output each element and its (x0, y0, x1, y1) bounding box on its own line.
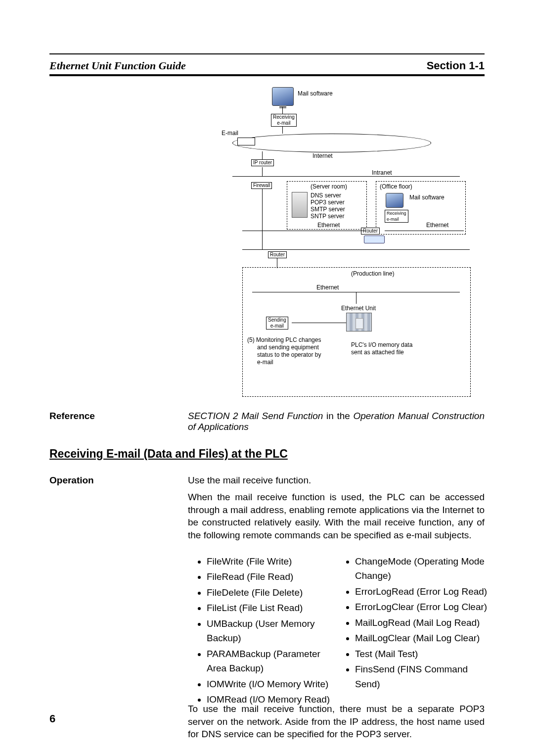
commands-right-list: ChangeMode (Operating Mode Change) Error… (346, 554, 493, 692)
page-number: 6 (49, 712, 55, 725)
line (242, 231, 366, 231)
label-receiving-email-2: Receiving e-mail (385, 210, 408, 223)
commands-left-list: FileWrite (File Write) FileRead (File Re… (198, 554, 335, 708)
line (282, 107, 283, 114)
label-pop3: POP3 server (311, 199, 345, 206)
server-icon (292, 192, 308, 218)
label-mail-software: Mail software (298, 90, 333, 97)
list-item: ChangeMode (Operating Mode Change) (355, 554, 493, 583)
label-router-1: Router (361, 228, 380, 235)
network-diagram: Mail software Receiving e-mail E-mail In… (213, 84, 485, 401)
tail-paragraph: To use the mail receive function, there … (188, 703, 485, 741)
label-plc-io: PLC's I/O memory data sent as attached f… (351, 341, 412, 356)
monitor-icon-2 (386, 193, 403, 208)
line (262, 151, 263, 159)
label-sntp: SNTP server (311, 213, 344, 220)
list-item: PARAMBackup (Parameter Area Backup) (207, 647, 335, 676)
reference-italic-lead: SECTION 2 Mail Send Function (188, 411, 323, 421)
line (262, 167, 263, 176)
list-item: MailLogClear (Mail Log Clear) (355, 631, 493, 645)
label-router-2: Router (268, 251, 287, 258)
reference-text: SECTION 2 Mail Send Function in the Oper… (188, 411, 485, 432)
label-email: E-mail (222, 130, 238, 137)
list-item: FileList (File List Read) (207, 601, 335, 615)
list-item: FileRead (File Read) (207, 569, 335, 584)
line (385, 231, 464, 231)
label-intranet: Intranet (372, 169, 392, 176)
internet-ellipse (232, 134, 431, 152)
label-ethernet-unit: Ethernet Unit (341, 305, 376, 312)
label-office-floor: (Office floor) (380, 183, 412, 190)
label-ethernet-3: Ethernet (316, 284, 339, 291)
list-item: ErrorLogClear (Error Log Clear) (355, 600, 493, 614)
reference-mid: in the (323, 411, 353, 421)
line (292, 323, 346, 323)
label-ip-router: IP router (251, 159, 274, 166)
list-item: Test (Mail Test) (355, 647, 493, 661)
monitor-icon (272, 87, 294, 106)
subheading-receiving-email: Receiving E-mail (Data and Files) at the… (49, 447, 288, 461)
operation-label: Operation (49, 475, 94, 486)
list-item: ErrorLogRead (Error Log Read) (355, 584, 493, 599)
switch-icon (364, 236, 385, 243)
label-receiving-email: Receiving e-mail (271, 114, 297, 127)
list-item: FinsSend (FINS Command Send) (355, 662, 493, 691)
line (277, 258, 277, 268)
running-head-left: Ethernet Unit Function Guide (49, 59, 186, 72)
label-production-line: (Production line) (351, 270, 394, 277)
label-ethernet-1: Ethernet (317, 222, 340, 229)
line (356, 292, 356, 304)
line (242, 249, 470, 250)
line (282, 127, 283, 134)
label-server-room: (Server room) (311, 183, 347, 190)
list-item: MailLogRead (Mail Log Read) (355, 615, 493, 630)
list-item: FileWrite (File Write) (207, 554, 335, 568)
line (232, 176, 460, 177)
plc-icon (346, 313, 372, 331)
label-smtp: SMTP server (311, 206, 345, 213)
reference-label: Reference (49, 411, 95, 422)
label-sending-email: Sending e-mail (266, 317, 288, 330)
label-mail-software-2: Mail software (409, 194, 445, 201)
rule-top (49, 53, 485, 54)
list-item: UMBackup (User Memory Backup) (207, 616, 335, 646)
list-item: FileDelete (File Delete) (207, 585, 335, 600)
line (262, 189, 263, 249)
production-line-box (242, 267, 471, 397)
label-ethernet-2: Ethernet (426, 222, 448, 229)
label-note5: (5) Monitoring PLC changes and sending e… (247, 336, 321, 366)
label-dns: DNS server (311, 192, 341, 199)
running-head-right: Section 1-1 (427, 59, 485, 72)
label-internet: Internet (312, 152, 333, 159)
pc-small-icon (237, 138, 255, 145)
operation-paragraph: When the mail receive function is used, … (188, 491, 485, 542)
operation-line: Use the mail receive function. (188, 475, 311, 486)
rule-bottom (49, 74, 485, 76)
label-firewall: Firewall (251, 182, 272, 189)
list-item: IOMWrite (I/O Memory Write) (207, 677, 335, 691)
